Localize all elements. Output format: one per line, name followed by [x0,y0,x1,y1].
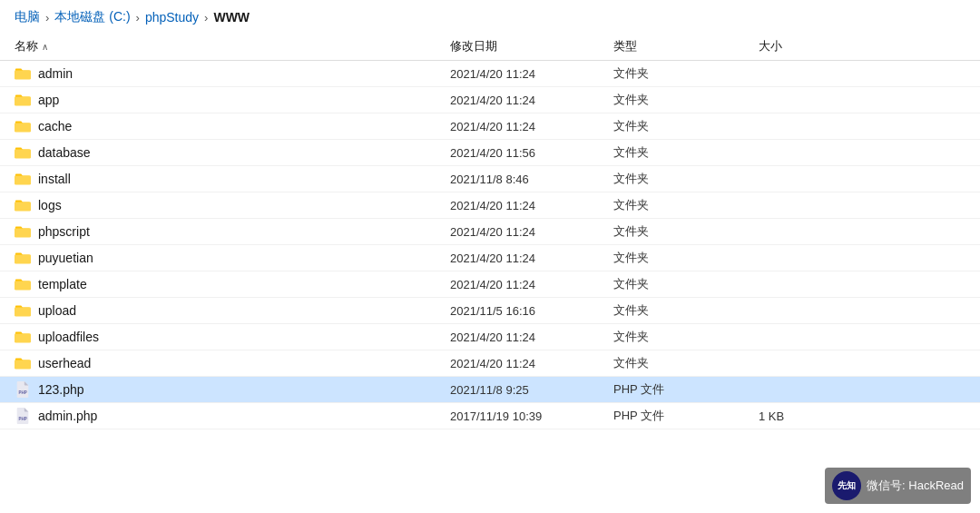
folder-icon [15,144,31,161]
file-date: 2021/11/8 8:46 [450,173,613,186]
file-name-cell: logs [15,197,450,213]
column-date[interactable]: 修改日期 [450,38,613,54]
breadcrumb-item-computer[interactable]: 电脑 [15,9,40,25]
table-row[interactable]: admin 2021/4/20 11:24 文件夹 [0,61,980,87]
file-name-cell: template [15,276,450,292]
file-name-cell: PHP admin.php [15,408,450,424]
file-name-cell: upload [15,302,450,319]
file-name-cell: install [15,171,450,187]
file-type: 文件夹 [613,329,759,345]
file-list: admin 2021/4/20 11:24 文件夹 app 2021/4/20 … [0,61,980,494]
file-name-cell: puyuetian [15,250,450,266]
file-type: 文件夹 [613,276,759,292]
table-row[interactable]: PHP 123.php 2021/11/8 9:25 PHP 文件 [0,377,980,403]
table-row[interactable]: upload 2021/11/5 16:16 文件夹 [0,298,980,324]
php-file-icon: PHP [15,408,31,424]
file-name: upload [38,303,76,318]
file-name: puyuetian [38,251,93,265]
file-type: 文件夹 [613,197,759,213]
file-name: admin [38,66,73,81]
breadcrumb-item-drive[interactable]: 本地磁盘 (C:) [54,9,130,25]
php-file-icon: PHP [15,381,31,398]
file-date: 2021/4/20 11:24 [450,252,613,265]
folder-icon [15,302,31,319]
table-row[interactable]: phpscript 2021/4/20 11:24 文件夹 [0,219,980,245]
file-date: 2021/11/8 9:25 [450,383,613,397]
table-row[interactable]: puyuetian 2021/4/20 11:24 文件夹 [0,245,980,271]
folder-icon [15,65,31,82]
file-date: 2021/4/20 11:24 [450,120,613,133]
file-name-cell: database [15,144,450,161]
file-size: 1 KB [759,409,867,423]
column-name[interactable]: 名称 ∧ [15,38,450,54]
file-name-cell: PHP 123.php [15,381,450,398]
file-type: 文件夹 [613,223,759,240]
folder-icon [15,171,31,187]
column-type[interactable]: 类型 [613,38,759,54]
file-type: 文件夹 [613,250,759,266]
sort-arrow-icon: ∧ [42,42,48,52]
file-name: cache [38,119,72,133]
table-row[interactable]: template 2021/4/20 11:24 文件夹 [0,271,980,298]
breadcrumb-item-www: WWW [213,10,250,25]
svg-text:PHP: PHP [19,390,27,395]
table-row[interactable]: app 2021/4/20 11:24 文件夹 [0,87,980,113]
file-name: phpscript [38,224,90,239]
breadcrumb-sep-2: › [136,11,140,25]
file-date: 2021/4/20 11:24 [450,67,613,81]
file-name-cell: admin [15,65,450,82]
file-date: 2021/4/20 11:24 [450,357,613,370]
table-row[interactable]: install 2021/11/8 8:46 文件夹 [0,166,980,192]
table-row[interactable]: database 2021/4/20 11:56 文件夹 [0,140,980,166]
table-row[interactable]: cache 2021/4/20 11:24 文件夹 [0,113,980,140]
file-date: 2021/11/5 16:16 [450,304,613,318]
breadcrumb-sep-1: › [45,11,49,25]
file-type: 文件夹 [613,171,759,187]
file-type: 文件夹 [613,118,759,134]
file-date: 2017/11/19 10:39 [450,409,613,423]
breadcrumb-sep-3: › [204,11,208,25]
file-date: 2021/4/20 11:24 [450,199,613,212]
folder-icon [15,276,31,292]
table-row[interactable]: logs 2021/4/20 11:24 文件夹 [0,192,980,219]
file-type: 文件夹 [613,92,759,108]
file-name: database [38,145,91,160]
file-type: 文件夹 [613,355,759,371]
table-row[interactable]: uploadfiles 2021/4/20 11:24 文件夹 [0,324,980,350]
folder-icon [15,92,31,108]
file-date: 2021/4/20 11:56 [450,146,613,160]
table-row[interactable]: userhead 2021/4/20 11:24 文件夹 [0,350,980,377]
folder-icon [15,250,31,266]
folder-icon [15,355,31,371]
file-name: install [38,172,71,186]
file-type: 文件夹 [613,65,759,82]
breadcrumb-item-phpstudy[interactable]: phpStudy [145,10,199,25]
file-name: template [38,277,87,291]
folder-icon [15,329,31,345]
file-type: PHP 文件 [613,381,759,398]
file-name-cell: uploadfiles [15,329,450,345]
file-date: 2021/4/20 11:24 [450,225,613,239]
file-name: logs [38,198,62,212]
file-name: admin.php [38,409,97,423]
column-headers: 名称 ∧ 修改日期 类型 大小 [0,33,980,61]
file-name-cell: userhead [15,355,450,371]
svg-text:PHP: PHP [19,417,27,421]
file-name-cell: phpscript [15,223,450,240]
table-row[interactable]: PHP admin.php 2017/11/19 10:39 PHP 文件 1 … [0,403,980,429]
file-type: 文件夹 [613,144,759,161]
column-size[interactable]: 大小 [759,38,867,54]
file-name: 123.php [38,382,84,397]
file-name-cell: cache [15,118,450,134]
file-type: 文件夹 [613,302,759,319]
file-date: 2021/4/20 11:24 [450,330,613,344]
file-name: app [38,93,59,107]
file-date: 2021/4/20 11:24 [450,278,613,291]
file-date: 2021/4/20 11:24 [450,94,613,107]
file-type: PHP 文件 [613,408,759,424]
file-name: userhead [38,356,91,370]
folder-icon [15,118,31,134]
file-name-cell: app [15,92,450,108]
folder-icon [15,223,31,240]
file-name: uploadfiles [38,330,99,344]
